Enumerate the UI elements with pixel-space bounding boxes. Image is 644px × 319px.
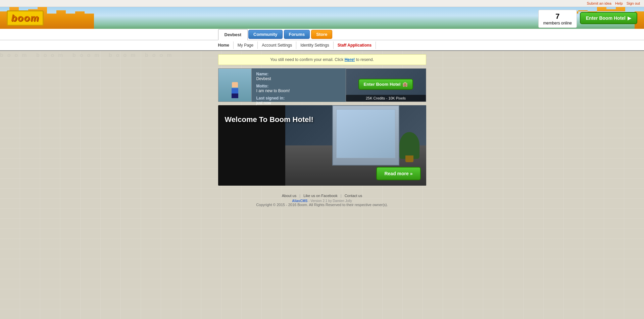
hotel-credits-text: 25K Credits - 10K Pixels [346, 95, 426, 102]
profile-section: Name: Devbest Motto: I am new to Boom! L… [218, 68, 426, 102]
nav-tab-forums-label: Forums [289, 32, 305, 37]
footer: About us | Like us on Facebook | Contact… [0, 189, 644, 211]
footer-links: About us | Like us on Facebook | Contact… [5, 194, 639, 198]
enter-hotel-header-button[interactable]: Enter Boom Hotel ▶ [580, 12, 637, 24]
nav-inner: Devbest Community Forums Store [218, 29, 426, 40]
read-more-label: Read more » [384, 171, 412, 176]
like-facebook-link[interactable]: Like us on Facebook [303, 194, 338, 198]
avatar-pants [232, 93, 238, 98]
contact-us-label: Contact us [345, 194, 362, 198]
footer-divider-1: | [299, 194, 300, 198]
enter-hotel-btn-icon: 🏨 [402, 82, 408, 87]
cms-name: AliasCMS [292, 199, 307, 203]
nav-tab-devbest[interactable]: Devbest [218, 29, 248, 40]
cms-version: - Version 2.1 by Damien Jolly [308, 199, 352, 203]
nav-tab-devbest-label: Devbest [225, 32, 242, 37]
about-us-link[interactable]: About us [282, 194, 296, 198]
email-confirm-link-text: Here! [345, 57, 355, 62]
profile-motto-value: I am new to Boom! [256, 88, 341, 93]
nav-tab-forums[interactable]: Forums [284, 30, 310, 39]
header: boom 7 members online Enter Boom Hotel ▶ [0, 7, 644, 29]
scene-glass [336, 109, 395, 158]
logo: boom [7, 10, 44, 26]
sub-nav: Home My Page Account Settings Identity S… [0, 40, 644, 51]
avatar-head [232, 82, 238, 87]
sub-nav-my-page-label: My Page [238, 43, 253, 48]
sub-nav-account-settings-label: Account Settings [262, 43, 292, 48]
profile-avatar [218, 68, 252, 102]
profile-motto-label: Motto: [256, 84, 341, 88]
sub-nav-inner: Home My Page Account Settings Identity S… [218, 40, 426, 50]
nav-tab-community[interactable]: Community [248, 30, 283, 39]
scene-wall [332, 105, 399, 166]
sub-nav-identity-settings-label: Identity Settings [300, 43, 329, 48]
email-confirm-text-before: You still need to confirm your email. Cl… [270, 57, 345, 62]
main-content: You still need to confirm your email. Cl… [218, 54, 426, 186]
logo-text: boom [11, 13, 39, 23]
avatar-shirt [232, 88, 238, 93]
read-more-button[interactable]: Read more » [376, 167, 420, 180]
main-nav-wrapper: Devbest Community Forums Store [0, 29, 644, 40]
top-bar: Submit an idea Help Sign out [0, 0, 644, 7]
members-count: 7 [543, 12, 572, 21]
avatar-body [232, 88, 238, 98]
welcome-banner: Welcome To Boom Hotel! Read more » [218, 105, 426, 186]
email-confirm-text-after: to resend. [356, 57, 374, 62]
profile-last-signed-label: Last signed in: [256, 96, 341, 101]
footer-copyright: Copyright © 2015 - 2016 Boom. All Rights… [5, 203, 639, 207]
nav-tab-community-label: Community [253, 32, 278, 37]
sub-nav-identity-settings[interactable]: Identity Settings [296, 42, 333, 49]
enter-hotel-header-label: Enter Boom Hotel [586, 15, 626, 21]
sign-out-link[interactable]: Sign out [627, 1, 640, 5]
sub-nav-my-page[interactable]: My Page [234, 42, 258, 49]
avatar-figure [232, 88, 238, 98]
email-confirm-bar: You still need to confirm your email. Cl… [218, 54, 426, 65]
like-facebook-label: Like us on Facebook [303, 194, 338, 198]
nav-tab-store[interactable]: Store [311, 30, 332, 39]
contact-us-link[interactable]: Contact us [345, 194, 362, 198]
members-online-box: 7 members online [538, 10, 577, 28]
logo-box: boom [7, 10, 44, 26]
members-label: members online [543, 21, 572, 25]
primary-nav: Devbest Community Forums Store [218, 29, 426, 40]
scene-plant-pot [405, 155, 413, 162]
submit-idea-link[interactable]: Submit an idea [587, 1, 611, 5]
enter-hotel-button[interactable]: Enter Boom Hotel 🏨 [358, 79, 413, 90]
help-link[interactable]: Help [615, 1, 623, 5]
nav-tab-store-label: Store [316, 32, 327, 37]
footer-divider-2: | [341, 194, 342, 198]
sub-nav-staff-applications-label: Staff Applications [338, 43, 372, 48]
sub-nav-home[interactable]: Home [218, 42, 234, 49]
profile-info: Name: Devbest Motto: I am new to Boom! L… [252, 68, 346, 102]
about-us-label: About us [282, 194, 296, 198]
scene-plant [399, 132, 419, 159]
email-confirm-link[interactable]: Here! [345, 57, 355, 62]
footer-cms: AliasCMS - Version 2.1 by Damien Jolly [5, 199, 639, 203]
hotel-banner: Enter Boom Hotel 🏨 25K Credits - 10K Pix… [346, 68, 426, 102]
welcome-title: Welcome To Boom Hotel! [225, 115, 313, 124]
sub-nav-staff-applications[interactable]: Staff Applications [334, 42, 376, 49]
sub-nav-home-label: Home [218, 43, 229, 48]
profile-name-value: Devbest [256, 76, 341, 81]
profile-last-signed-value: just now [256, 101, 341, 105]
enter-hotel-arrow-icon: ▶ [628, 15, 631, 21]
enter-hotel-btn-label: Enter Boom Hotel [364, 82, 401, 87]
sub-nav-account-settings[interactable]: Account Settings [258, 42, 296, 49]
profile-name-label: Name: [256, 72, 341, 76]
